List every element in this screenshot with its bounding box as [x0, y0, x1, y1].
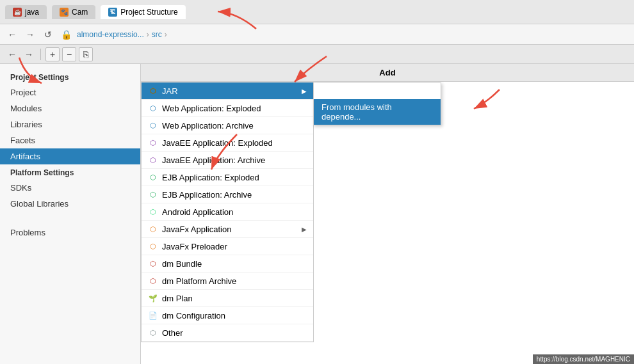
artifact-ejb-exploded[interactable]: ⬡ EJB Application: Exploded — [142, 169, 313, 186]
artifact-web-archive[interactable]: ⬡ Web Application: Archive — [142, 117, 313, 134]
artifact-ejb-archive-label: EJB Application: Archive — [162, 190, 252, 200]
copy-button[interactable]: ⎘ — [79, 47, 93, 61]
dm-config-icon: 📄 — [148, 310, 158, 320]
web-exploded-icon: ⬡ — [148, 103, 158, 113]
ejb-archive-icon: ⬡ — [148, 189, 158, 200]
artifact-jee-archive[interactable]: ⬡ JavaEE Application: Archive — [142, 152, 313, 169]
artifact-javafx-preloader-label: JavaFx Preloader — [162, 242, 227, 251]
jar-from-modules[interactable]: From modules with depende... — [314, 99, 441, 125]
artifact-jar[interactable]: ⬡ JAR ▶ Empty From modules with depende.… — [142, 83, 313, 100]
artifact-dm-bundle[interactable]: ⬡ dm Bundle — [142, 255, 313, 273]
cam-icon: 🐾 — [60, 8, 69, 17]
artifact-web-exploded-label: Web Application: Exploded — [162, 104, 261, 113]
artifact-javafx-label: JavaFx Application — [162, 225, 231, 234]
artifact-ejb-archive[interactable]: ⬡ EJB Application: Archive — [142, 186, 313, 203]
javafx-submenu-arrow: ▶ — [302, 226, 307, 233]
tooltip-bar: https://blog.csdn.net/MAGHENIC — [533, 354, 634, 364]
artifact-dm-platform[interactable]: ⬡ dm Platform Archive — [142, 273, 313, 290]
artifact-list: ⬡ JAR ▶ Empty From modules with depende.… — [141, 82, 314, 342]
artifact-jar-label: JAR — [162, 86, 178, 96]
javafx-preloader-icon: ⬡ — [148, 241, 158, 251]
other-icon: ⬡ — [148, 328, 158, 338]
settings-global-libs[interactable]: Global Libraries — [0, 196, 140, 212]
settings-libraries[interactable]: Libraries — [0, 116, 140, 132]
ide-body: 1: Project P Project ▼ File Edit View Na… — [0, 45, 634, 364]
settings-project[interactable]: Project — [0, 84, 140, 100]
settings-sdks[interactable]: SDKs — [0, 180, 140, 196]
jar-empty[interactable]: Empty — [314, 83, 441, 99]
breadcrumb: almond-expressio... › src › — [77, 30, 167, 39]
tab-cam[interactable]: 🐾 Cam — [52, 5, 95, 19]
tab-cam-label: Cam — [72, 8, 88, 17]
tab-struct-label: Project Structure — [120, 8, 177, 17]
tab-bar: ☕ java 🐾 Cam 🏗 Project Structure — [0, 0, 634, 24]
artifact-android[interactable]: ⬡ Android Application — [142, 203, 313, 221]
settings-problems[interactable]: Problems — [0, 225, 140, 241]
artifact-jee-exploded-label: JavaEE Application: Exploded — [162, 138, 273, 148]
settings-modules[interactable]: Modules — [0, 100, 140, 116]
android-icon: ⬡ — [148, 207, 158, 217]
project-structure-dialog: ← → + − ⎘ Project Settings Project Modul… — [0, 45, 634, 364]
web-archive-icon: ⬡ — [148, 120, 158, 131]
java-icon: ☕ — [13, 8, 22, 17]
artifact-javafx-preloader[interactable]: ⬡ JavaFx Preloader — [142, 238, 313, 255]
settings-facets[interactable]: Facets — [0, 132, 140, 148]
dialog-toolbar: ← → + − ⎘ — [0, 45, 634, 64]
tab-project-structure[interactable]: 🏗 Project Structure — [101, 5, 185, 19]
ejb-exploded-icon: ⬡ — [148, 172, 158, 182]
artifact-other[interactable]: ⬡ Other — [142, 324, 313, 342]
project-settings-header: Project Settings — [0, 69, 140, 84]
artifact-jee-archive-label: JavaEE Application: Archive — [162, 155, 265, 165]
artifact-javafx[interactable]: ⬡ JavaFx Application ▶ — [142, 221, 313, 238]
artifact-ejb-exploded-label: EJB Application: Exploded — [162, 173, 259, 182]
dm-platform-icon: ⬡ — [148, 276, 158, 286]
dialog-body: Project Settings Project Modules Librari… — [0, 64, 634, 364]
breadcrumb-almond[interactable]: almond-expressio... — [77, 30, 144, 39]
struct-icon: 🏗 — [108, 8, 117, 17]
forward-button[interactable]: → — [23, 28, 37, 42]
platform-settings-header: Platform Settings — [0, 164, 140, 180]
artifact-other-label: Other — [162, 328, 183, 338]
back-button[interactable]: ← — [5, 28, 19, 42]
jee-archive-icon: ⬡ — [148, 155, 158, 165]
artifact-dm-plan-label: dm Plan — [162, 294, 193, 303]
lock-icon: 🔒 — [59, 28, 73, 42]
nav-bar: ← → ↺ 🔒 almond-expressio... › src › — [0, 24, 634, 45]
tab-java[interactable]: ☕ java — [5, 5, 47, 19]
artifact-android-label: Android Application — [162, 207, 233, 217]
add-button[interactable]: + — [45, 47, 60, 61]
jee-exploded-icon: ⬡ — [148, 138, 158, 148]
artifact-web-exploded[interactable]: ⬡ Web Application: Exploded — [142, 100, 313, 117]
add-dropdown-header: Add — [141, 64, 634, 82]
settings-artifacts[interactable]: Artifacts — [0, 148, 140, 164]
refresh-button[interactable]: ↺ — [41, 28, 55, 42]
artifact-dropdown-area: ⬡ JAR ▶ Empty From modules with depende.… — [141, 82, 634, 342]
dialog-forward[interactable]: → — [22, 47, 36, 61]
artifact-dm-platform-label: dm Platform Archive — [162, 276, 236, 286]
jar-submenu: Empty From modules with depende... — [313, 83, 441, 125]
artifact-web-archive-label: Web Application: Archive — [162, 121, 254, 131]
main-content: Add ⬡ JAR ▶ Empty From modules with depe… — [141, 64, 634, 364]
breadcrumb-src[interactable]: src — [152, 30, 162, 39]
toolbar-separator — [40, 49, 41, 60]
artifact-dm-plan[interactable]: 🌱 dm Plan — [142, 290, 313, 307]
settings-menu: Project Settings Project Modules Librari… — [0, 64, 141, 364]
artifact-dm-bundle-label: dm Bundle — [162, 259, 202, 269]
artifact-dm-config-label: dm Configuration — [162, 311, 225, 320]
javafx-icon: ⬡ — [148, 224, 158, 234]
jar-submenu-arrow: ▶ — [302, 88, 307, 95]
artifact-jee-exploded[interactable]: ⬡ JavaEE Application: Exploded — [142, 134, 313, 152]
dm-bundle-icon: ⬡ — [148, 258, 158, 269]
artifact-dm-config[interactable]: 📄 dm Configuration — [142, 307, 313, 324]
dm-plan-icon: 🌱 — [148, 293, 158, 303]
tab-java-label: java — [25, 8, 39, 17]
remove-button[interactable]: − — [62, 47, 76, 61]
jar-icon: ⬡ — [148, 86, 158, 96]
dialog-back[interactable]: ← — [5, 47, 19, 61]
